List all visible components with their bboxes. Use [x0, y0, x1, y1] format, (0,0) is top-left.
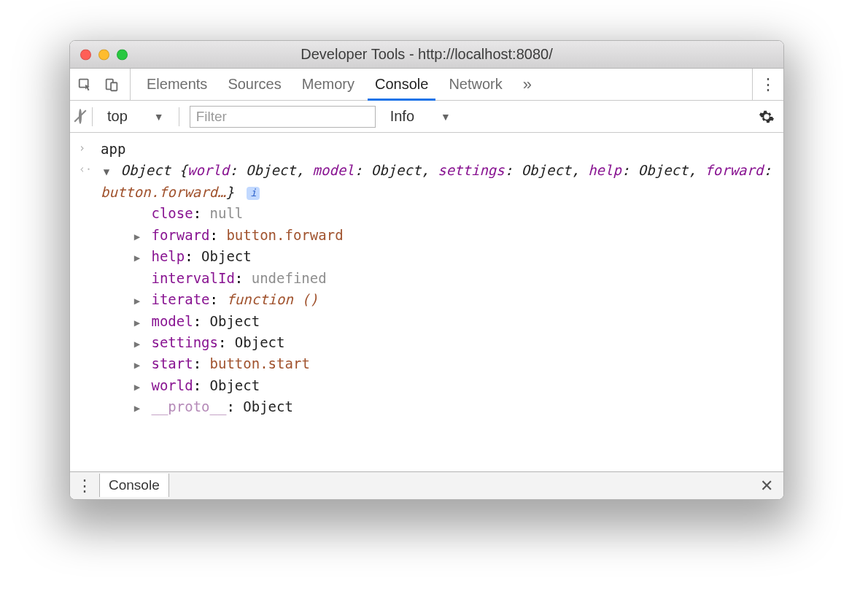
- object-property[interactable]: ▶ iterate: function (): [131, 289, 775, 310]
- tab-network[interactable]: Network: [438, 69, 512, 100]
- expand-toggle[interactable]: ▶: [131, 315, 143, 331]
- main-toolbar: Elements Sources Memory Console Network …: [70, 69, 783, 101]
- window-title: Developer Tools - http://localhost:8080/: [70, 46, 783, 63]
- console-input-row: › app: [79, 139, 775, 160]
- log-level-selector[interactable]: Info ▼: [386, 107, 455, 126]
- object-property[interactable]: ▶ __proto__: Object: [131, 396, 775, 417]
- settings-icon[interactable]: [759, 109, 775, 125]
- panel-tabs: Elements Sources Memory Console Network …: [131, 69, 752, 100]
- expand-toggle[interactable]: ▶: [131, 379, 143, 396]
- tab-elements[interactable]: Elements: [136, 69, 217, 100]
- separator: [179, 107, 179, 126]
- info-icon[interactable]: i: [247, 187, 260, 200]
- clear-console-icon[interactable]: [79, 110, 82, 123]
- console-output-row: ‹· ▼ Object {world: Object, model: Objec…: [79, 160, 775, 417]
- drawer-menu-icon[interactable]: ⋮: [70, 477, 99, 496]
- object-property[interactable]: ▶ world: Object: [131, 375, 775, 396]
- minimize-window-button[interactable]: [98, 49, 109, 60]
- console-filter-bar: top ▼ Info ▼: [70, 101, 783, 133]
- separator: [92, 107, 93, 126]
- expand-toggle[interactable]: ▶: [131, 293, 143, 309]
- drawer-bar: ⋮ Console ✕: [70, 471, 783, 499]
- caret-down-icon: ▼: [154, 111, 164, 123]
- output-icon: ‹·: [79, 160, 101, 178]
- object-property[interactable]: ▶ start: button.start: [131, 353, 775, 374]
- expand-toggle[interactable]: ▶: [131, 401, 143, 417]
- devtools-window: Developer Tools - http://localhost:8080/: [69, 40, 784, 500]
- object-property[interactable]: ▶ help: Object: [131, 246, 775, 267]
- console-input-text: app: [101, 139, 775, 160]
- expand-toggle[interactable]: ▶: [131, 336, 143, 352]
- object-property[interactable]: close: null: [131, 203, 775, 224]
- zoom-window-button[interactable]: [117, 49, 128, 60]
- device-toggle-icon[interactable]: [104, 77, 120, 93]
- close-window-button[interactable]: [80, 49, 91, 60]
- context-selector[interactable]: top ▼: [103, 107, 168, 126]
- drawer-tab-console[interactable]: Console: [99, 474, 169, 497]
- console-body: › app ‹· ▼ Object {world: Object, model:…: [70, 133, 783, 471]
- window-controls: [80, 49, 128, 60]
- kebab-menu-icon[interactable]: ⋮: [760, 77, 776, 93]
- expand-toggle[interactable]: ▶: [131, 250, 143, 266]
- context-selector-label: top: [107, 108, 128, 125]
- log-level-label: Info: [390, 108, 414, 125]
- tab-console[interactable]: Console: [365, 69, 438, 100]
- prompt-icon: ›: [79, 139, 101, 157]
- object-property[interactable]: ▶ settings: Object: [131, 332, 775, 353]
- expand-toggle[interactable]: ▶: [131, 358, 143, 374]
- object-property[interactable]: intervalId: undefined: [131, 268, 775, 289]
- caret-down-icon: ▼: [441, 111, 451, 123]
- object-property[interactable]: ▶ forward: button.forward: [131, 225, 775, 246]
- inspect-element-icon[interactable]: [77, 77, 93, 93]
- expand-toggle[interactable]: ▼: [101, 164, 112, 180]
- svg-rect-2: [111, 82, 117, 90]
- filter-input[interactable]: [190, 106, 376, 128]
- tab-memory[interactable]: Memory: [292, 69, 365, 100]
- expand-toggle[interactable]: ▶: [131, 229, 143, 245]
- more-tabs-button[interactable]: »: [513, 69, 542, 100]
- close-drawer-icon[interactable]: ✕: [760, 477, 773, 496]
- object-property[interactable]: ▶ model: Object: [131, 311, 775, 332]
- tab-sources[interactable]: Sources: [217, 69, 291, 100]
- object-properties: close: null▶ forward: button.forward▶ he…: [101, 203, 775, 417]
- titlebar: Developer Tools - http://localhost:8080/: [70, 41, 783, 69]
- object-summary[interactable]: Object {world: Object, model: Object, se…: [101, 162, 772, 199]
